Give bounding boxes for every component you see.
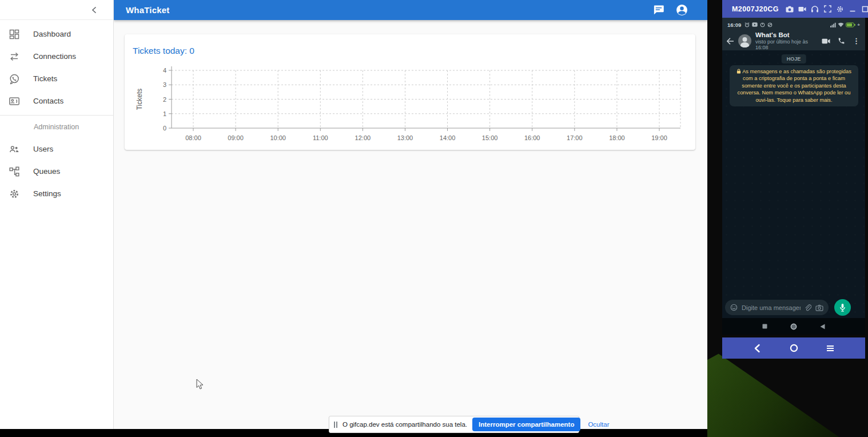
app-title: WhaTicket — [126, 5, 651, 15]
svg-text:1: 1 — [163, 110, 166, 117]
scrcpy-menu-button[interactable] — [824, 342, 837, 355]
svg-text:2: 2 — [163, 96, 166, 103]
data-saver-icon — [760, 22, 765, 27]
message-placeholder: Digite uma mensagem — [742, 304, 801, 311]
encryption-notice-text: As mensagens e as chamadas são protegida… — [738, 69, 851, 103]
svg-text:13:00: 13:00 — [397, 134, 413, 141]
sidebar: Dashboard Connections — [0, 0, 114, 429]
svg-text:14:00: 14:00 — [440, 134, 456, 141]
stop-sharing-button[interactable]: Interromper compartilhamento — [472, 418, 580, 431]
battery-icon — [846, 22, 855, 27]
scrcpy-nav-bar — [722, 337, 865, 359]
contact-info[interactable]: What's Bot visto por último hoje às 16:0… — [755, 31, 818, 51]
back-triangle-icon[interactable] — [820, 324, 825, 329]
mic-button[interactable] — [834, 299, 851, 316]
svg-text:17:00: 17:00 — [567, 134, 583, 141]
main-nav-list: Dashboard Connections — [0, 20, 113, 112]
sidebar-item-label: Settings — [33, 189, 61, 198]
sidebar-item-label: Contacts — [33, 97, 63, 105]
alarm-icon — [744, 22, 750, 27]
maximize-window-icon[interactable] — [861, 5, 868, 13]
dashboard-icon — [7, 27, 21, 41]
screenshot-camera-icon[interactable] — [786, 5, 794, 13]
status-time: 16:09 — [727, 22, 741, 28]
svg-text:15:00: 15:00 — [482, 134, 498, 141]
app-header: WhaTicket — [114, 0, 707, 20]
more-options-icon[interactable]: ⋮ — [853, 37, 860, 45]
svg-text:09:00: 09:00 — [228, 134, 244, 141]
scrcpy-back-button[interactable] — [751, 342, 763, 355]
home-circle-icon[interactable] — [790, 323, 797, 330]
sidebar-item-label: Connections — [33, 52, 76, 61]
sidebar-section-administration: Administration — [0, 116, 113, 138]
scrcpy-home-button[interactable] — [787, 342, 800, 355]
minimize-window-icon[interactable] — [849, 5, 857, 13]
svg-text:4: 4 — [163, 67, 166, 74]
svg-text:0: 0 — [163, 125, 166, 132]
svg-text:12:00: 12:00 — [355, 134, 371, 141]
tickets-chart: 0123408:0009:0010:0011:0012:0013:0014:00… — [125, 62, 695, 148]
messages-button[interactable] — [651, 3, 665, 17]
whatsapp-icon — [7, 72, 21, 86]
contact-avatar[interactable] — [738, 34, 751, 47]
contact-card-icon — [7, 94, 21, 108]
recents-square-icon[interactable] — [762, 324, 767, 329]
svg-text:08:00: 08:00 — [185, 134, 201, 141]
svg-text:16:00: 16:00 — [524, 134, 540, 141]
contact-last-seen: visto por último hoje às 16:08 — [755, 39, 818, 51]
back-arrow-icon[interactable] — [726, 38, 734, 45]
camera-icon[interactable] — [815, 304, 823, 311]
queues-tree-icon — [7, 165, 21, 178]
whaticket-app-window: WhaTicket — [0, 0, 707, 437]
share-message: O gifcap.dev está compartilhando sua tel… — [343, 421, 467, 428]
sidebar-item-contacts[interactable]: Contacts — [0, 90, 113, 112]
voice-call-icon[interactable] — [838, 37, 845, 45]
collapse-sidebar-button[interactable] — [87, 3, 101, 17]
gear-icon — [7, 187, 21, 201]
sidebar-item-tickets[interactable]: Tickets — [0, 67, 113, 90]
sidebar-item-queues[interactable]: Queues — [0, 160, 113, 182]
whatsapp-chat-header: What's Bot visto por último hoje às 16:0… — [722, 31, 865, 50]
hide-share-bar-link[interactable]: Ocultar — [586, 420, 611, 429]
svg-text:18:00: 18:00 — [609, 134, 625, 141]
sidebar-item-dashboard[interactable]: Dashboard — [0, 23, 113, 45]
headphones-icon[interactable] — [811, 5, 819, 13]
scrcpy-settings-gear-icon[interactable] — [836, 5, 845, 13]
admin-nav-list: Users Queues — [0, 138, 113, 205]
svg-text:10:00: 10:00 — [270, 134, 286, 141]
tickets-today-card: Tickets today: 0 0123408:0009:0010:0011:… — [125, 34, 695, 150]
wifi-icon — [838, 22, 844, 27]
sidebar-item-users[interactable]: Users — [0, 138, 113, 160]
video-call-icon[interactable] — [822, 38, 830, 44]
encryption-notice[interactable]: As mensagens e as chamadas são protegida… — [730, 65, 858, 106]
fullscreen-icon[interactable] — [823, 5, 832, 13]
sidebar-header — [0, 0, 113, 20]
chat-bubble-icon — [652, 4, 664, 16]
date-chip: HOJE — [782, 54, 806, 63]
message-input[interactable]: Digite uma mensagem — [725, 300, 829, 315]
svg-text:11:00: 11:00 — [313, 134, 328, 141]
record-video-icon[interactable] — [798, 5, 807, 13]
scrcpy-titlebar[interactable]: M2007J20CG — [722, 0, 868, 18]
profile-button[interactable] — [675, 3, 688, 17]
attach-paperclip-icon[interactable] — [805, 304, 811, 311]
sidebar-item-label: Users — [33, 145, 53, 153]
emoji-icon[interactable] — [730, 304, 738, 311]
desktop-background: M2007J20CG — [707, 0, 868, 437]
sidebar-item-connections[interactable]: Connections — [0, 45, 113, 67]
chat-area: HOJE As mensagens e as chamadas são prot… — [722, 50, 865, 318]
youtube-icon — [752, 22, 758, 27]
mic-icon — [839, 303, 846, 312]
sidebar-item-label: Queues — [33, 167, 60, 176]
sidebar-item-settings[interactable]: Settings — [0, 182, 113, 205]
vpn-icon — [767, 22, 773, 27]
svg-text:3: 3 — [163, 81, 166, 88]
sidebar-item-label: Dashboard — [33, 30, 71, 38]
share-pause-icon — [334, 422, 337, 428]
charging-icon: + — [857, 22, 860, 27]
svg-text:Tickets: Tickets — [136, 89, 144, 110]
sidebar-item-label: Tickets — [33, 74, 57, 83]
contact-name: What's Bot — [755, 31, 818, 39]
screen-share-bar: O gifcap.dev está compartilhando sua tel… — [329, 416, 579, 433]
signal-icon — [830, 22, 836, 27]
